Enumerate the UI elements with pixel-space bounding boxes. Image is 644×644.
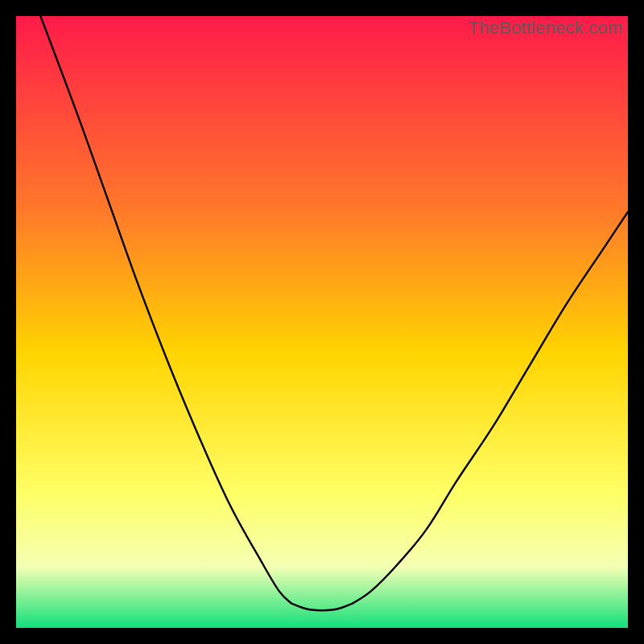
chart-frame: TheBottleneck.com [0, 0, 644, 644]
marker-group [277, 586, 368, 609]
plot-area: TheBottleneck.com [16, 16, 628, 628]
curve-floor-link [291, 604, 353, 611]
series-group [40, 16, 628, 610]
curve-right-curve [353, 212, 628, 603]
curve-layer [16, 16, 628, 628]
watermark-text: TheBottleneck.com [469, 18, 623, 39]
curve-left-curve [40, 16, 291, 604]
